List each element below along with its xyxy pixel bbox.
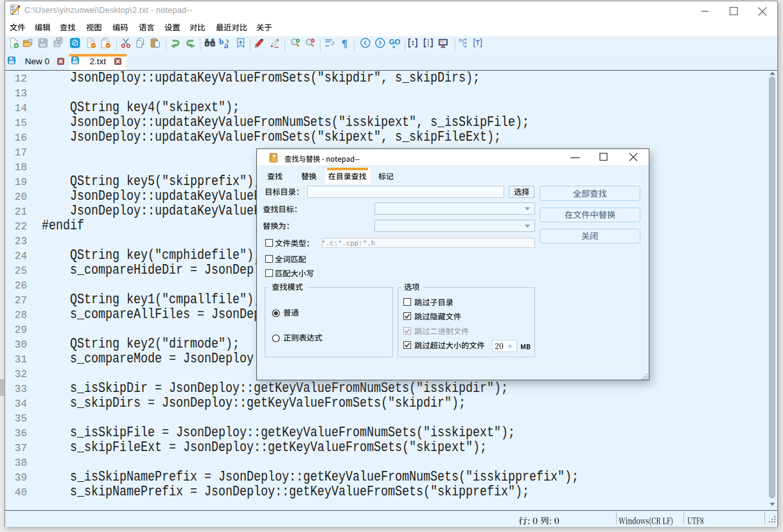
svg-text:»: »	[392, 44, 395, 49]
svg-text:¶: ¶	[341, 37, 347, 49]
svg-text:b: b	[219, 37, 224, 46]
